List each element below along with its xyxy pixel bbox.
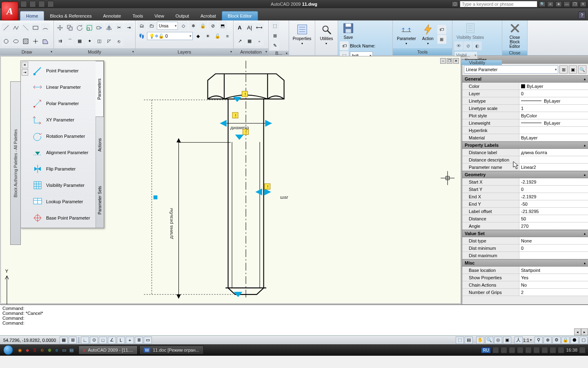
prop-value[interactable]: 0 xyxy=(519,245,588,251)
quick-select-icon[interactable]: 🔍 xyxy=(578,65,586,74)
tray-icon-5[interactable] xyxy=(525,347,532,353)
prop-row[interactable]: Dist typeNone xyxy=(462,237,588,245)
infocenter-icon[interactable]: ⓘ xyxy=(452,1,458,7)
prop-value[interactable]: 270 xyxy=(519,222,588,229)
ellipse-tool-icon[interactable] xyxy=(11,37,20,46)
prop-row[interactable]: Distance labelдлина болта xyxy=(462,149,588,156)
tray-icon-7[interactable] xyxy=(541,347,548,353)
dyn-toggle[interactable]: + xyxy=(126,337,134,344)
layer-uniso-icon[interactable]: ◆ xyxy=(194,31,203,40)
parameter-button[interactable]: Parameter▾ xyxy=(394,22,419,46)
ortho-toggle[interactable]: ∟ xyxy=(81,337,89,344)
toolbar-lock-icon[interactable]: 🔒 xyxy=(561,337,570,344)
search-input[interactable] xyxy=(460,1,537,7)
help-button[interactable]: ? xyxy=(578,11,586,19)
edit-block-icon[interactable]: ✎ xyxy=(270,41,279,50)
tab-annotate[interactable]: Annotate xyxy=(97,11,127,20)
cmd-scroll-right[interactable]: ▸ xyxy=(581,328,588,335)
prop-value[interactable] xyxy=(519,252,588,259)
tray-icon-3[interactable] xyxy=(509,347,515,353)
visibility-states-button[interactable]: Visibility States xyxy=(454,21,486,40)
mtext-icon[interactable]: A xyxy=(235,23,244,32)
close-button[interactable]: ✕ xyxy=(580,1,586,7)
move-tool-icon[interactable] xyxy=(56,23,65,32)
model-toggle[interactable]: ⬚ xyxy=(456,337,464,344)
prop-value[interactable]: ByColor xyxy=(519,112,588,119)
panel-title-close[interactable]: Close xyxy=(502,50,527,55)
qat-print-icon[interactable] xyxy=(29,1,36,7)
tab-tools[interactable]: Tools xyxy=(127,11,149,20)
polyline-tool-icon[interactable] xyxy=(11,23,20,32)
prop-row[interactable]: Start X-2.1929 xyxy=(462,178,588,186)
language-indicator[interactable]: RU xyxy=(481,347,491,353)
construction-line-icon[interactable] xyxy=(21,23,30,32)
properties-button[interactable]: Properties ▾ xyxy=(290,22,314,46)
prop-row[interactable]: Layer0 xyxy=(462,90,588,97)
prop-row[interactable]: Dist maximum xyxy=(462,252,588,259)
zoom-icon[interactable]: 🔍 xyxy=(485,337,493,344)
layer-walk-icon[interactable]: 👣 xyxy=(137,31,146,40)
layer-make-current-icon[interactable]: ⬒ xyxy=(218,21,227,30)
fillet-tool-icon[interactable]: ⌒ xyxy=(65,37,74,46)
ql-ie2-icon[interactable]: e xyxy=(53,346,60,354)
utilities-button[interactable]: Utilities ▾ xyxy=(317,22,335,46)
param-set-icon[interactable]: ⊞ xyxy=(437,35,446,44)
prop-row[interactable]: Dist minimum0 xyxy=(462,245,588,252)
taskbar-autocad[interactable]: aAutoCAD 2009 - [11.... xyxy=(78,346,138,355)
tray-icon-4[interactable] xyxy=(517,347,523,353)
extend-tool-icon[interactable]: ⇥ xyxy=(124,23,133,32)
prop-row[interactable]: Plot styleByColor xyxy=(462,112,588,119)
region-tool-icon[interactable] xyxy=(41,37,50,46)
clock[interactable]: 16:38 xyxy=(566,348,577,352)
prop-row[interactable]: Angle270 xyxy=(462,222,588,230)
annotation-more-icon[interactable]: ▫ xyxy=(255,37,264,46)
layer-states-icon[interactable]: 🗀 xyxy=(147,21,156,30)
prop-row[interactable]: Base locationStartpoint xyxy=(462,267,588,274)
tray-icon-2[interactable] xyxy=(501,347,507,353)
prop-value[interactable]: ByLayer xyxy=(519,83,588,90)
prop-value[interactable]: Linear2 xyxy=(519,164,588,171)
tab-acrobat[interactable]: Acrobat xyxy=(195,11,222,20)
prop-value[interactable]: -50 xyxy=(519,200,588,207)
tab-blocks-references[interactable]: Blocks & References xyxy=(44,11,97,20)
line-tool-icon[interactable] xyxy=(2,23,11,32)
tab-block-editor[interactable]: Block Editor xyxy=(222,11,258,20)
create-block-icon[interactable]: ⊞ xyxy=(270,31,279,40)
array-tool-icon[interactable]: ▦ xyxy=(75,37,84,46)
ql-app3-icon[interactable]: ⎋ xyxy=(38,346,46,354)
prop-value[interactable]: ByLayer xyxy=(519,134,588,141)
circle-tool-icon[interactable] xyxy=(2,37,11,46)
command-line[interactable]: Command: Command: *Cancel* Command: Comm… xyxy=(0,304,588,335)
qat-save-icon[interactable] xyxy=(20,1,27,7)
layer-thaw-icon[interactable]: ☀ xyxy=(203,31,212,40)
scale-tool-icon[interactable] xyxy=(85,23,94,32)
tray-icon-9[interactable] xyxy=(558,347,564,353)
panel-title-block[interactable]: B...▾ xyxy=(269,51,289,56)
rectangle-tool-icon[interactable] xyxy=(31,23,40,32)
prop-value[interactable]: 50 xyxy=(519,215,588,222)
hardware-accel-icon[interactable]: ⬣ xyxy=(570,337,579,344)
panel-title-modify[interactable]: Modify▾ xyxy=(54,48,135,55)
ql-app2-icon[interactable]: S xyxy=(31,346,38,354)
ql-desktop-icon[interactable]: ▭ xyxy=(60,346,68,354)
layer-dropdown[interactable]: 💡❄🔓 0 xyxy=(147,32,193,40)
section-general[interactable]: General xyxy=(462,75,588,83)
section-property-labels[interactable]: Property Labels xyxy=(462,141,588,149)
section-valueset[interactable]: Value Set xyxy=(462,230,588,237)
qat-redo-icon[interactable] xyxy=(47,1,54,7)
section-geometry[interactable]: Geometry xyxy=(462,171,588,178)
pan-icon[interactable]: ✋ xyxy=(476,337,484,344)
rotate-tool-icon[interactable] xyxy=(75,23,84,32)
annotation-visibility-icon[interactable]: ⚲ xyxy=(535,337,543,344)
prop-value[interactable]: None xyxy=(519,237,588,244)
ql-ie-icon[interactable]: ◉ xyxy=(16,346,24,354)
prop-value[interactable]: 2 xyxy=(519,289,588,296)
tab-home[interactable]: Home xyxy=(20,11,44,20)
tab-view[interactable]: View xyxy=(149,11,170,20)
start-button[interactable] xyxy=(0,344,16,356)
prop-value[interactable]: 0 xyxy=(519,186,588,193)
hatch-tool-icon[interactable] xyxy=(21,37,30,46)
app-menu-button[interactable]: A xyxy=(1,2,18,20)
trim-tool-icon[interactable]: ✂ xyxy=(114,23,123,32)
clean-screen-icon[interactable]: ▢ xyxy=(579,337,588,344)
